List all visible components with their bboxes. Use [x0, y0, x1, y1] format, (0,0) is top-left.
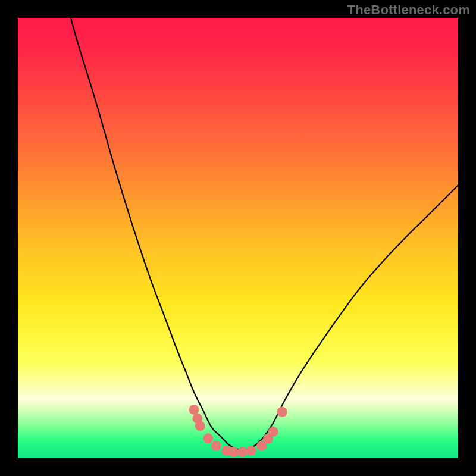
- curve-marker: [195, 421, 205, 431]
- watermark-text: TheBottleneck.com: [347, 2, 470, 18]
- curve-marker: [246, 446, 256, 456]
- curve-layer: [18, 18, 458, 458]
- plot-area: [18, 18, 458, 458]
- chart-frame: TheBottleneck.com: [0, 0, 476, 476]
- curve-marker: [203, 433, 213, 443]
- curve-marker: [211, 441, 221, 451]
- curve-marker: [228, 447, 239, 457]
- bottleneck-curve: [71, 18, 458, 450]
- curve-marker: [277, 407, 287, 417]
- curve-marker: [237, 447, 248, 457]
- curve-marker: [268, 427, 278, 437]
- curve-marker: [189, 405, 199, 415]
